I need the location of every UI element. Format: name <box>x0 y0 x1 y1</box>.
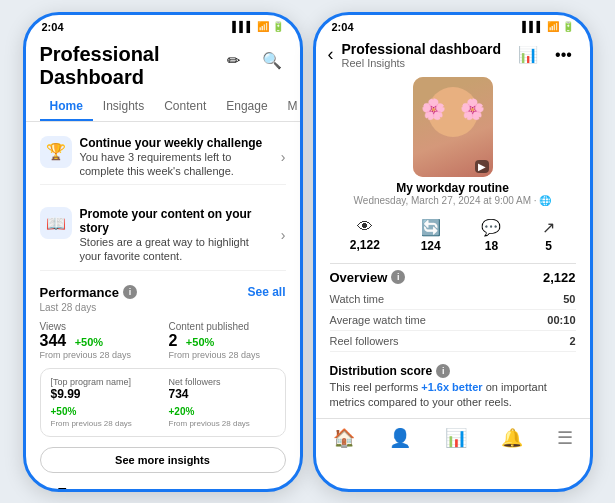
chevron-right-icon: › <box>281 149 286 165</box>
share-icon: 🔄 <box>421 218 441 237</box>
avg-watch-label: Average watch time <box>330 314 426 326</box>
right-header: ‹ Professional dashboard Reel Insights 📊… <box>316 35 590 73</box>
overview-views-value: 2,122 <box>543 270 576 285</box>
tab-home[interactable]: Home <box>40 93 93 121</box>
flower-right-decoration: 🌸 <box>460 97 485 121</box>
program-value: $9.99 <box>51 387 157 401</box>
reel-comment-stat: 💬 18 <box>481 218 501 253</box>
right-phone: 2:04 ▌▌▌ 📶 🔋 ‹ Professional dashboard Re… <box>313 12 593 492</box>
performance-see-all[interactable]: See all <box>247 285 285 299</box>
right-status-bar: 2:04 ▌▌▌ 📶 🔋 <box>316 15 590 35</box>
reel-date: Wednesday, March 27, 2024 at 9:00 AM · 🌐 <box>354 195 552 206</box>
followers-metric: Net followers 734 +20% From previous 28 … <box>169 377 275 428</box>
page-title: Professional Dashboard <box>40 43 220 89</box>
performance-header: Performance i See all <box>26 279 300 302</box>
promote-icon: 📖 <box>40 207 72 239</box>
content-metric: Content published 2 +50% From previous 2… <box>169 321 286 360</box>
for-you-section: ✏ For you <box>26 479 300 489</box>
right-status-icons: ▌▌▌ 📶 🔋 <box>522 21 573 32</box>
search-icon[interactable]: 🔍 <box>258 47 286 75</box>
tab-content[interactable]: Content <box>154 93 216 121</box>
content-value: 2 <box>169 332 178 349</box>
watch-time-label: Watch time <box>330 293 385 305</box>
views-icon: 👁 <box>357 218 373 236</box>
flower-left-decoration: 🌸 <box>421 97 446 121</box>
left-time: 2:04 <box>42 21 64 33</box>
avg-watch-row: Average watch time 00:10 <box>330 310 576 331</box>
views-prev: From previous 28 days <box>40 350 157 360</box>
overview-info-icon: i <box>391 270 405 284</box>
program-change: +50% <box>51 406 77 417</box>
performance-title: Performance <box>40 285 119 300</box>
program-metric: [Top program name] $9.99 +50% From previ… <box>51 377 157 428</box>
right-nav-chart[interactable]: 📊 <box>445 427 467 449</box>
chevron-right-promote-icon: › <box>281 227 286 243</box>
overview-section: Overview i 2,122 Watch time 50 Average w… <box>330 263 576 352</box>
views-change: +50% <box>75 336 103 348</box>
see-insights-label: See more insights <box>115 454 210 466</box>
performance-info-icon: i <box>123 285 137 299</box>
metrics-row: Views 344 +50% From previous 28 days Con… <box>26 317 300 364</box>
left-header: Professional Dashboard ✏ 🔍 <box>26 35 300 93</box>
tab-insights[interactable]: Insights <box>93 93 154 121</box>
dist-title-text: Distribution score <box>330 364 433 378</box>
right-nav-menu[interactable]: ☰ <box>557 427 573 449</box>
reel-followers-value: 2 <box>569 335 575 347</box>
content-change: +50% <box>186 336 214 348</box>
left-status-bar: 2:04 ▌▌▌ 📶 🔋 <box>26 15 300 35</box>
right-nav-home[interactable]: 🏠 <box>333 427 355 449</box>
followers-prev: From previous 28 days <box>169 419 275 428</box>
dist-info-icon: i <box>436 364 450 378</box>
right-chart-icon[interactable]: 📊 <box>514 41 542 69</box>
reel-share-stat: 🔄 124 <box>421 218 441 253</box>
right-title: Professional dashboard <box>342 41 506 57</box>
right-more-icon[interactable]: ••• <box>550 41 578 69</box>
views-metric: Views 344 +50% From previous 28 days <box>40 321 157 360</box>
right-nav-bell[interactable]: 🔔 <box>501 427 523 449</box>
avg-watch-value: 00:10 <box>547 314 575 326</box>
back-button[interactable]: ‹ <box>328 44 334 65</box>
content-label: Content published <box>169 321 286 332</box>
views-label: Views <box>40 321 157 332</box>
program-prev: From previous 28 days <box>51 419 157 428</box>
tab-more[interactable]: M <box>278 93 300 121</box>
nav-tab-bar: Home Insights Content Engage M <box>26 93 300 122</box>
dist-description: This reel performs +1.6x better on impor… <box>330 380 576 411</box>
promote-desc: Stories are a great way to highlight you… <box>80 235 273 264</box>
followers-change: +20% <box>169 406 195 417</box>
challenge-card[interactable]: 🏆 Continue your weekly challenge You hav… <box>40 130 286 186</box>
left-phone: 2:04 ▌▌▌ 📶 🔋 Professional Dashboard ✏ 🔍 … <box>23 12 303 492</box>
right-bottom-nav: 🏠 👤 📊 🔔 ☰ <box>316 418 590 457</box>
reel-title: My workday routine <box>396 181 509 195</box>
reel-views-stat: 👁 2,122 <box>350 218 380 253</box>
sub-metrics-card: [Top program name] $9.99 +50% From previ… <box>40 368 286 437</box>
last-days-label: Last 28 days <box>26 302 300 317</box>
promote-title: Promote your content on your story <box>80 207 273 235</box>
challenge-desc: You have 3 requirements left to complete… <box>80 150 273 179</box>
reel-play-icon: ▶ <box>475 160 489 173</box>
distribution-section: Distribution score i This reel performs … <box>316 356 590 419</box>
followers-label: Net followers <box>169 377 275 387</box>
for-you-label: ✏ For you <box>40 485 112 489</box>
edit-icon[interactable]: ✏ <box>220 47 248 75</box>
reel-arrow-stat: ↗ 5 <box>542 218 555 253</box>
promote-card[interactable]: 📖 Promote your content on your story Sto… <box>40 201 286 271</box>
see-insights-button[interactable]: See more insights <box>40 447 286 473</box>
right-nav-profile[interactable]: 👤 <box>389 427 411 449</box>
reel-thumbnail: 🌸 🌸 ▶ <box>413 77 493 177</box>
arrow-icon: ↗ <box>542 218 555 237</box>
followers-value: 734 <box>169 387 275 401</box>
right-subtitle: Reel Insights <box>342 57 506 69</box>
watch-time-row: Watch time 50 <box>330 289 576 310</box>
tab-engage[interactable]: Engage <box>216 93 277 121</box>
reel-stats-row: 👁 2,122 🔄 124 💬 18 ↗ 5 <box>316 212 590 259</box>
reel-followers-label: Reel followers <box>330 335 399 347</box>
views-value: 344 <box>40 332 67 349</box>
dist-highlight: +1.6x better <box>421 381 482 393</box>
left-status-icons: ▌▌▌ 📶 🔋 <box>232 21 283 32</box>
header-icon-group: ✏ 🔍 <box>220 47 286 75</box>
overview-title-text: Overview <box>330 270 388 285</box>
right-time: 2:04 <box>332 21 354 33</box>
content-prev: From previous 28 days <box>169 350 286 360</box>
comment-icon: 💬 <box>481 218 501 237</box>
